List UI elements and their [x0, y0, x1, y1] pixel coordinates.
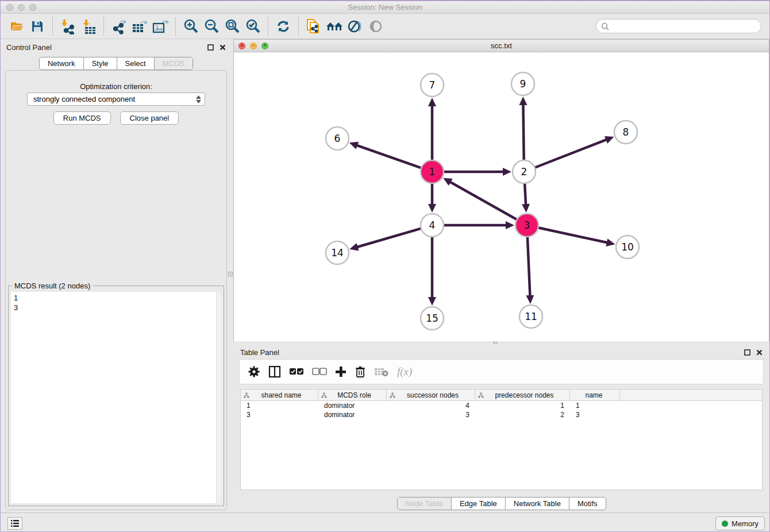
tab-select[interactable]: Select [117, 57, 154, 70]
add-column-icon[interactable] [335, 366, 346, 377]
criterion-value: strongly connected component [33, 95, 135, 103]
graph-edge-arrowhead [349, 243, 359, 250]
table-cell[interactable]: 1 [241, 402, 318, 410]
table-panel: Table Panel [233, 344, 769, 512]
graph-edge-2-8[interactable] [535, 140, 607, 168]
column-visibility-icon[interactable] [268, 365, 281, 378]
graph-node-label: 7 [429, 79, 436, 91]
zoom-fit-button[interactable] [222, 16, 242, 37]
tab-motifs[interactable]: Motifs [569, 498, 606, 510]
horizontal-splitter-handle[interactable] [228, 272, 233, 276]
column-header-predecessor-nodes[interactable]: predecessor nodes [475, 390, 570, 400]
graph-edge-2-9[interactable] [523, 104, 523, 160]
table-cell[interactable]: 4 [387, 402, 475, 410]
tab-network[interactable]: Network [40, 57, 83, 70]
deselect-all-columns-icon[interactable] [312, 368, 327, 376]
search-input[interactable] [612, 22, 756, 30]
export-network-button[interactable] [109, 16, 129, 37]
zoom-fit-icon [224, 18, 240, 34]
graph-edge-3-10[interactable] [538, 228, 608, 242]
float-panel-icon[interactable] [744, 349, 750, 356]
table-cell[interactable]: 1 [570, 402, 620, 410]
import-table-button[interactable] [78, 16, 99, 37]
zoom-selected-button[interactable] [242, 16, 263, 37]
close-panel-icon[interactable] [220, 44, 226, 51]
tab-mcds[interactable]: MCDS [154, 57, 192, 70]
network-canvas[interactable]: 1234678910111415 [234, 52, 769, 341]
import-network-button[interactable] [57, 16, 78, 37]
graph-edge-arrowhead [526, 295, 534, 304]
tab-style[interactable]: Style [83, 57, 117, 70]
float-panel-icon[interactable] [207, 44, 214, 51]
refresh-button[interactable] [273, 16, 294, 37]
task-history-button[interactable] [7, 517, 22, 530]
select-all-columns-icon[interactable] [289, 368, 304, 376]
refresh-icon [276, 19, 291, 34]
graph-edge-4-14[interactable] [357, 229, 421, 248]
column-header-name[interactable]: name [570, 390, 620, 400]
close-panel-button[interactable]: Close panel [120, 111, 179, 125]
network-window-titlebar: × − + scc.txt [234, 40, 769, 52]
table-cell[interactable]: dominator [318, 402, 387, 410]
tab-edge-table[interactable]: Edge Table [451, 498, 505, 510]
table-toolbar: f(x) [239, 359, 764, 384]
import-network-icon [60, 18, 76, 34]
mcds-result-textarea[interactable]: 13 [11, 292, 221, 503]
app-window: Session: New Session [0, 0, 770, 532]
close-panel-icon[interactable] [756, 349, 763, 356]
memory-button[interactable]: Memory [715, 516, 765, 530]
column-header-shared-name[interactable]: shared name [241, 390, 318, 400]
export-image-button[interactable] [150, 16, 171, 37]
mcds-result-line: 3 [14, 303, 218, 313]
graph-edge-arrowhead [428, 297, 436, 306]
graph-edge-2-3[interactable] [525, 183, 526, 205]
tab-node-table[interactable]: Node Table [397, 498, 451, 510]
zoom-in-button[interactable] [180, 16, 201, 37]
run-mcds-button[interactable]: Run MCDS [53, 111, 111, 125]
table-cell[interactable]: 2 [475, 411, 570, 419]
show-graphics-details-button[interactable] [365, 16, 386, 37]
tab-network-table[interactable]: Network Table [505, 498, 569, 510]
table-row[interactable]: 3dominator323 [241, 410, 762, 419]
column-header-MCDS-role[interactable]: MCDS role [318, 390, 387, 400]
table-cell[interactable]: 3 [570, 411, 620, 419]
function-builder-icon[interactable]: f(x) [397, 365, 412, 378]
table-cell[interactable]: 3 [241, 411, 318, 419]
graph-edge-3-11[interactable] [528, 237, 530, 296]
table-cell[interactable]: dominator [318, 411, 387, 419]
style-button[interactable] [345, 16, 365, 37]
toolbar-separator [175, 17, 176, 36]
delete-column-trash-icon[interactable] [355, 365, 366, 378]
mcds-result-line: 1 [14, 293, 218, 303]
houses-icon [325, 19, 344, 34]
table-cell[interactable]: 1 [475, 402, 570, 410]
table-cell[interactable]: 3 [387, 411, 475, 419]
network-window: × − + scc.txt 1234678910111415 [233, 39, 769, 341]
search-box [596, 19, 761, 33]
first-neighbors-button[interactable] [324, 16, 345, 37]
mcds-result-title: MCDS result (2 nodes) [12, 282, 93, 290]
memory-label: Memory [732, 519, 759, 528]
graph-edge-1-6[interactable] [356, 145, 421, 168]
save-session-button[interactable] [27, 16, 48, 37]
export-table-button[interactable] [129, 16, 150, 37]
graph-edge-arrowhead [519, 97, 527, 105]
graph-node-label: 2 [521, 166, 528, 178]
new-network-from-selection-button[interactable] [303, 16, 324, 37]
eye-icon [368, 19, 383, 34]
result-scrollbar[interactable] [216, 292, 221, 503]
zoom-out-button[interactable] [201, 16, 222, 37]
open-session-button[interactable] [6, 16, 27, 37]
table-row[interactable]: 1dominator411 [241, 401, 762, 410]
graph-edge-arrowhead [349, 142, 359, 149]
delete-table-icon[interactable] [374, 367, 389, 377]
mcds-result-groupbox: MCDS result (2 nodes) 13 [8, 286, 224, 506]
graph-edge-3-1[interactable] [449, 182, 517, 219]
graph-node-label: 11 [525, 311, 537, 322]
column-header-successor-nodes[interactable]: successor nodes [387, 390, 475, 400]
table-panel-tabs: Node TableEdge TableNetwork TableMotifs [396, 497, 606, 510]
mcds-panel: Optimization criterion: strongly connect… [5, 70, 227, 510]
zoom-selected-icon [245, 18, 261, 34]
criterion-dropdown[interactable]: strongly connected component [27, 92, 205, 106]
settings-gear-icon[interactable] [248, 365, 260, 378]
